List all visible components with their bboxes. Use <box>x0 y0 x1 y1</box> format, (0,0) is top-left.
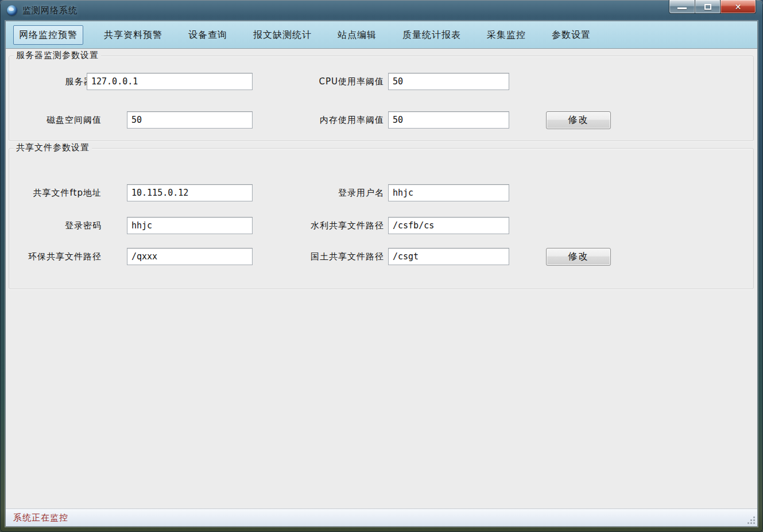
client-area: 网络监控预警 共享资料预警 设备查询 报文缺测统计 站点编辑 质量统计报表 采集… <box>5 21 758 527</box>
maximize-button[interactable] <box>695 0 721 14</box>
tab-quality-report[interactable]: 质量统计报表 <box>397 26 466 44</box>
minimize-icon <box>677 7 687 9</box>
title-bar[interactable]: 监测网络系统 <box>0 0 763 21</box>
tab-shared-data-alert[interactable]: 共享资料预警 <box>99 26 168 44</box>
tab-parameter-settings[interactable]: 参数设置 <box>547 26 596 44</box>
login-password-input[interactable] <box>127 217 253 234</box>
ftp-address-label: 共享文件ftp地址 <box>11 184 102 201</box>
tab-bar: 网络监控预警 共享资料预警 设备查询 报文缺测统计 站点编辑 质量统计报表 采集… <box>6 21 757 49</box>
cpu-threshold-input[interactable] <box>388 73 509 90</box>
share-modify-button[interactable]: 修改 <box>546 248 611 266</box>
server-modify-button[interactable]: 修改 <box>546 111 611 129</box>
status-bar: 系统正在监控 <box>6 508 757 526</box>
login-username-input[interactable] <box>388 184 509 201</box>
tab-device-query[interactable]: 设备查询 <box>183 26 233 44</box>
tab-message-missing-stats[interactable]: 报文缺测统计 <box>248 26 317 44</box>
ftp-address-input[interactable] <box>127 184 253 201</box>
minimize-button[interactable] <box>669 0 695 14</box>
cpu-threshold-label: CPU使用率阈值 <box>258 73 384 90</box>
app-window: 监测网络系统 ✕ 网络监控预警 共享资料预警 设备查询 报文缺测统计 站点编辑 … <box>0 0 763 532</box>
water-share-path-label: 水利共享文件路径 <box>258 217 384 234</box>
tab-collection-monitor[interactable]: 采集监控 <box>482 26 531 44</box>
memory-threshold-label: 内存使用率阈值 <box>258 111 384 129</box>
status-message: 系统正在监控 <box>13 512 68 523</box>
tab-network-monitor-alert[interactable]: 网络监控预警 <box>13 25 83 45</box>
env-share-path-input[interactable] <box>127 248 253 265</box>
window-title: 监测网络系统 <box>22 5 78 16</box>
land-share-path-label: 国土共享文件路径 <box>258 248 384 265</box>
memory-threshold-input[interactable] <box>388 111 509 129</box>
window-controls: ✕ <box>669 0 756 14</box>
close-button[interactable]: ✕ <box>721 0 756 14</box>
group-share-title: 共享文件参数设置 <box>14 142 92 153</box>
land-share-path-input[interactable] <box>388 248 509 265</box>
globe-icon <box>7 5 17 15</box>
login-password-label: 登录密码 <box>11 217 102 234</box>
water-share-path-input[interactable] <box>388 217 509 234</box>
env-share-path-label: 环保共享文件路径 <box>11 248 102 265</box>
close-icon: ✕ <box>735 2 742 11</box>
login-username-label: 登录用户名 <box>258 184 384 201</box>
disk-threshold-label: 磁盘空间阈值 <box>11 111 102 129</box>
tab-station-edit[interactable]: 站点编辑 <box>332 26 382 44</box>
resize-grip-icon[interactable] <box>747 516 755 524</box>
disk-threshold-input[interactable] <box>127 111 253 129</box>
group-server-title: 服务器监测参数设置 <box>14 50 101 61</box>
server-ip-input[interactable] <box>87 73 253 90</box>
maximize-icon <box>704 4 711 10</box>
